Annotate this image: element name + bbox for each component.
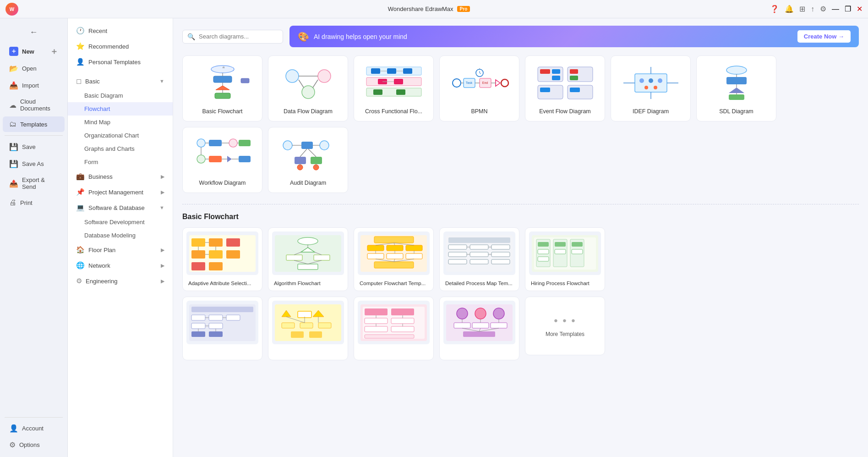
cat-software-dev[interactable]: Software Development — [68, 215, 173, 229]
diagram-card-workflow[interactable]: Workflow Diagram — [182, 127, 262, 193]
cat-floor-plan[interactable]: 🏠 Floor Plan ▶ — [68, 242, 173, 258]
sidebar-item-open[interactable]: 📂 Open — [3, 61, 65, 77]
diagram-card-sdl[interactable]: SDL Diagram — [696, 55, 776, 121]
sidebar-item-export[interactable]: 📤 Export & Send — [3, 173, 65, 194]
cat-software[interactable]: 💻 Software & Database ▼ — [68, 200, 173, 215]
notification-icon[interactable]: 🔔 — [785, 5, 794, 13]
search-input[interactable] — [199, 33, 278, 40]
sidebar-item-save[interactable]: 💾 Save — [3, 139, 65, 155]
svg-rect-161 — [555, 242, 566, 247]
new-icon: ＋ — [9, 47, 18, 56]
avatar[interactable]: W — [5, 3, 18, 16]
template-card-adaptive[interactable]: Adaptive Attribute Selecti... — [182, 227, 262, 291]
svg-rect-165 — [538, 257, 549, 261]
cat-flowchart[interactable]: Flowchart — [68, 102, 173, 116]
diagram-card-cross-functional[interactable]: Cross Functional Flo... — [354, 55, 434, 121]
diagram-card-bpmn[interactable]: Task End BPMN — [439, 55, 519, 121]
svg-point-28 — [453, 79, 461, 87]
diagram-card-audit[interactable]: Audit Diagram — [268, 127, 348, 193]
print-icon: 🖨 — [9, 198, 16, 207]
help-icon[interactable]: ❓ — [770, 5, 779, 13]
cat-basic[interactable]: ◻ Basic ▼ — [68, 73, 173, 89]
template-img-adaptive — [186, 231, 258, 275]
close-btn[interactable]: ✕ — [857, 5, 863, 13]
svg-rect-169 — [191, 315, 205, 320]
svg-rect-99 — [191, 238, 205, 247]
cat-personal[interactable]: 👤 Personal Templates — [68, 54, 173, 70]
svg-text:End: End — [482, 81, 488, 84]
sidebar-item-options[interactable]: ⚙ Options — [3, 437, 65, 453]
template-label-row2-1 — [186, 350, 190, 357]
cat-basic-diagram[interactable]: Basic Diagram — [68, 89, 173, 102]
sidebar-item-import[interactable]: 📥 Import — [3, 77, 65, 94]
template-card-row2-2[interactable] — [268, 297, 348, 360]
svg-rect-3 — [215, 93, 230, 99]
search-box[interactable]: 🔍 — [182, 30, 283, 44]
template-grid-row1: Adaptive Attribute Selecti... — [182, 227, 859, 291]
diagram-card-idef[interactable]: IDEF Diagram — [611, 55, 691, 121]
svg-rect-103 — [209, 250, 223, 259]
sidebar-item-new[interactable]: ＋ New ＋ — [3, 43, 65, 60]
diagram-label-idef: IDEF Diagram — [633, 108, 669, 115]
cat-recent[interactable]: 🕐 Recent — [68, 23, 173, 39]
template-card-row2-4[interactable] — [439, 297, 519, 360]
cat-business[interactable]: 💼 Business ▶ — [68, 169, 173, 184]
template-grid-row2: • • • More Templates — [182, 297, 859, 360]
svg-rect-187 — [318, 323, 331, 328]
svg-rect-129 — [406, 253, 422, 259]
template-img-row2-3 — [358, 301, 430, 344]
cat-db-modeling[interactable]: Database Modeling — [68, 229, 173, 242]
svg-rect-46 — [540, 69, 550, 74]
template-img-computer-fc — [358, 231, 430, 275]
svg-rect-106 — [209, 262, 223, 270]
cat-mind-map[interactable]: Mind Map — [68, 116, 173, 129]
svg-rect-141 — [448, 237, 510, 243]
sidebar-item-templates[interactable]: 🗂 Templates — [3, 116, 65, 132]
svg-rect-130 — [374, 262, 414, 268]
template-card-row2-1[interactable] — [182, 297, 262, 360]
add-new-icon[interactable]: ＋ — [50, 47, 58, 55]
floor-plan-chevron: ▶ — [161, 247, 164, 253]
back-button[interactable]: ← — [25, 24, 43, 41]
template-card-hiring[interactable]: Hiring Process Flowchart — [525, 227, 605, 291]
share-icon[interactable]: ↑ — [811, 5, 814, 13]
template-card-detailed[interactable]: Detailed Process Map Tem... — [439, 227, 519, 291]
svg-rect-124 — [367, 245, 384, 251]
diagram-card-basic-flowchart[interactable]: AI Basic Flowchart — [182, 55, 262, 121]
template-card-algorithm[interactable]: Algorithm Flowchart — [268, 227, 348, 291]
svg-rect-143 — [470, 245, 488, 249]
cat-network[interactable]: 🌐 Network ▶ — [68, 258, 173, 273]
diagram-card-event-flow[interactable]: Event Flow Diagram — [525, 55, 605, 121]
sidebar-item-account[interactable]: 👤 Account — [3, 420, 65, 436]
svg-rect-199 — [365, 326, 388, 332]
sidebar-item-cloud[interactable]: ☁ Cloud Documents — [3, 94, 65, 116]
create-now-button[interactable]: Create Now → — [797, 30, 851, 43]
cat-recommended[interactable]: ⭐ Recommended — [68, 39, 173, 54]
minimize-btn[interactable]: — — [832, 5, 839, 13]
svg-rect-170 — [209, 315, 223, 320]
diagram-card-data-flow[interactable]: Data Flow Diagram — [268, 55, 348, 121]
recent-icon: 🕐 — [76, 27, 85, 35]
svg-rect-71 — [209, 140, 222, 146]
diagram-label-bpmn: BPMN — [471, 108, 487, 115]
templates-icon: 🗂 — [9, 120, 16, 128]
cat-engineering[interactable]: ⚙ Engineering ▶ — [68, 273, 173, 289]
more-templates-card[interactable]: • • • More Templates — [525, 297, 605, 355]
template-card-computer-fc[interactable]: Computer Flowchart Temp... — [354, 227, 434, 291]
sidebar-item-print[interactable]: 🖨 Print — [3, 195, 65, 210]
grid-icon[interactable]: ⊞ — [799, 5, 805, 13]
svg-rect-146 — [470, 252, 488, 257]
cat-org-chart[interactable]: Organizational Chart — [68, 129, 173, 142]
import-icon: 📥 — [9, 81, 18, 90]
cat-form[interactable]: Form — [68, 155, 173, 169]
svg-point-10 — [318, 70, 331, 83]
diagram-img-audit — [276, 134, 340, 175]
sidebar-item-save-as[interactable]: 💾 Save As — [3, 156, 65, 172]
cat-project[interactable]: 📌 Project Management ▶ — [68, 184, 173, 200]
template-card-row2-3[interactable] — [354, 297, 434, 360]
settings-icon[interactable]: ⚙ — [820, 5, 826, 13]
svg-rect-212 — [491, 323, 507, 328]
svg-rect-174 — [191, 331, 205, 337]
cat-graphs[interactable]: Graphs and Charts — [68, 142, 173, 155]
restore-btn[interactable]: ❐ — [845, 5, 851, 13]
